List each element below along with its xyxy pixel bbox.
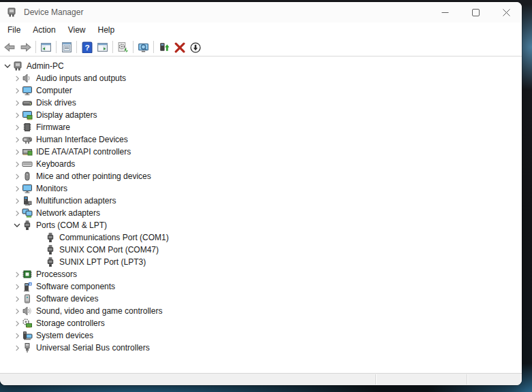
back-button[interactable]	[2, 39, 18, 54]
tree-item-human-interface-devices[interactable]: Human Interface Devices	[0, 133, 522, 146]
chevron-right-icon[interactable]	[12, 172, 22, 181]
chevron-spacer	[35, 257, 45, 267]
toolbar-separator	[133, 41, 134, 53]
toolbar-separator	[153, 41, 154, 53]
chevron-right-icon[interactable]	[12, 318, 22, 328]
tree-item-multifunction-adapters[interactable]: Multifunction adapters	[0, 195, 522, 207]
tree-item-ports-com-lpt[interactable]: Ports (COM & LPT)	[0, 219, 522, 231]
chevron-right-icon[interactable]	[12, 294, 22, 304]
chevron-right-icon[interactable]	[12, 135, 22, 144]
forward-icon	[20, 42, 31, 53]
tree-item-keyboards[interactable]: Keyboards	[0, 158, 522, 170]
chevron-right-icon[interactable]	[12, 208, 22, 218]
chevron-right-icon[interactable]	[12, 159, 22, 169]
chevron-right-icon[interactable]	[12, 196, 22, 206]
ide-icon	[22, 146, 33, 157]
disable-device-button[interactable]	[187, 39, 203, 54]
tree-item-ide-ata-atapi-controllers[interactable]: IDE ATA/ATAPI controllers	[0, 146, 522, 158]
show-console-tree-button[interactable]	[38, 39, 54, 54]
device-tree: Admin-PCAudio inputs and outputsComputer…	[0, 56, 522, 373]
tree-item-processors[interactable]: Processors	[0, 268, 522, 280]
help-button[interactable]: ?	[79, 39, 95, 54]
tree-item-label: Human Interface Devices	[36, 135, 128, 144]
chevron-right-icon[interactable]	[12, 147, 22, 157]
monitor-icon	[22, 85, 33, 96]
status-bar-divider	[467, 374, 467, 385]
tree-item-firmware[interactable]: Firmware	[0, 121, 522, 133]
chevron-right-icon[interactable]	[12, 306, 22, 316]
tree-item-audio-inputs-and-outputs[interactable]: Audio inputs and outputs	[0, 72, 522, 84]
search-devices-button[interactable]	[136, 39, 151, 54]
tree-item-label: SUNIX COM Port (COM47)	[59, 245, 159, 255]
chevron-right-icon[interactable]	[12, 282, 22, 291]
tree-item-sound-video-and-game-controllers[interactable]: Sound, video and game controllers	[0, 305, 522, 317]
chevron-spacer	[35, 245, 45, 255]
properties-icon	[61, 42, 72, 53]
chevron-right-icon[interactable]	[12, 184, 22, 193]
chevron-right-icon[interactable]	[12, 122, 22, 132]
toolbar-separator	[35, 41, 36, 53]
minimize-button[interactable]	[430, 2, 460, 22]
tree-item-label: System devices	[36, 331, 93, 340]
chevron-right-icon[interactable]	[12, 343, 22, 353]
chevron-right-icon[interactable]	[12, 86, 22, 95]
menu-item-action[interactable]: Action	[27, 23, 61, 37]
disable-device-icon	[189, 42, 201, 53]
tree-item-label: Admin-PC	[27, 61, 64, 71]
maximize-button[interactable]	[460, 2, 491, 22]
tree-item-label: Storage controllers	[36, 318, 105, 328]
tree-item-label: Firmware	[36, 122, 70, 132]
chevron-down-icon[interactable]	[12, 220, 22, 230]
action-pane-button[interactable]	[95, 39, 110, 54]
help-icon: ?	[81, 42, 93, 53]
chevron-right-icon[interactable]	[12, 74, 22, 83]
tree-item-label: Disk drives	[36, 98, 76, 108]
chevron-right-icon[interactable]	[12, 270, 22, 279]
port-icon	[45, 232, 56, 243]
tree-item-sunix-com-port-com47[interactable]: SUNIX COM Port (COM47)	[0, 244, 522, 256]
tree-item-label: Multifunction adapters	[36, 196, 116, 206]
properties-button[interactable]	[59, 39, 74, 54]
computer-root-icon	[12, 61, 23, 71]
scan-hardware-changes-icon	[117, 42, 129, 53]
tree-item-label: Mice and other pointing devices	[36, 172, 151, 181]
tree-item-universal-serial-bus-controllers[interactable]: Universal Serial Bus controllers	[0, 342, 522, 354]
menu-item-view[interactable]: View	[62, 23, 92, 37]
scan-hardware-changes-button[interactable]	[115, 39, 131, 54]
tree-item-computer[interactable]: Computer	[0, 84, 522, 97]
toolbar: ?	[0, 38, 522, 56]
tree-item-software-components[interactable]: Software components	[0, 280, 522, 293]
chevron-down-icon[interactable]	[3, 61, 12, 71]
tree-item-storage-controllers[interactable]: Storage controllers	[0, 317, 522, 329]
tree-item-label: Network adapters	[36, 208, 100, 218]
hid-icon	[22, 134, 33, 145]
tree-item-network-adapters[interactable]: Network adapters	[0, 207, 522, 219]
tree-item-software-devices[interactable]: Software devices	[0, 293, 522, 305]
tree-item-sunix-lpt-port-lpt3[interactable]: SUNIX LPT Port (LPT3)	[0, 256, 522, 268]
tree-item-monitors[interactable]: Monitors	[0, 182, 522, 195]
tree-item-label: Display adapters	[36, 110, 97, 120]
menu-item-help[interactable]: Help	[92, 23, 121, 37]
tree-item-communications-port-com1[interactable]: Communications Port (COM1)	[0, 231, 522, 244]
display-adapter-icon	[22, 110, 33, 120]
chevron-right-icon[interactable]	[12, 331, 22, 340]
action-pane-icon	[97, 42, 108, 53]
tree-item-label: Keyboards	[36, 159, 75, 169]
tree-item-display-adapters[interactable]: Display adapters	[0, 109, 522, 121]
chevron-right-icon[interactable]	[12, 98, 22, 108]
forward-button[interactable]	[18, 39, 33, 54]
multifunction-icon	[22, 195, 33, 206]
tree-item-disk-drives[interactable]: Disk drives	[0, 97, 522, 109]
update-driver-icon	[158, 42, 170, 53]
tree-item-admin-pc[interactable]: Admin-PC	[0, 60, 522, 72]
chevron-right-icon[interactable]	[12, 110, 22, 120]
tree-item-mice-and-other-pointing-devices[interactable]: Mice and other pointing devices	[0, 170, 522, 182]
port-icon	[45, 257, 56, 267]
window-title: Device Manager	[24, 7, 83, 17]
sound-icon	[22, 306, 33, 316]
update-driver-button[interactable]	[156, 39, 172, 54]
menu-item-file[interactable]: File	[1, 23, 27, 37]
close-button[interactable]	[491, 2, 522, 22]
tree-item-system-devices[interactable]: System devices	[0, 329, 522, 342]
uninstall-device-button[interactable]	[172, 39, 187, 54]
